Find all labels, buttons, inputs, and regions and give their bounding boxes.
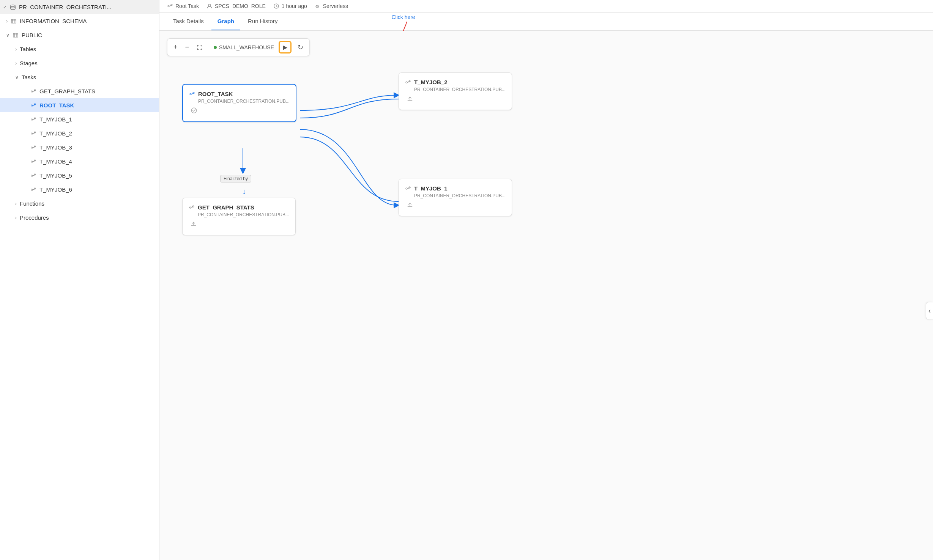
schema-public-icon [13,32,19,38]
clock-icon [273,3,279,9]
root-task-header-item: Root Task [167,3,199,9]
chevron-right-stages: › [15,61,17,66]
task-node-icon-t-myjob-2 [405,79,411,85]
db-label: PR_CONTAINER_ORCHESTRATI... [19,4,112,10]
task-icon-t-myjob-6 [30,187,36,193]
tables-label: Tables [20,46,36,52]
svg-point-30 [406,188,407,189]
chevron-right-procedures: › [15,215,17,220]
node-get-graph-stats[interactable]: GET_GRAPH_STATS PR_CONTAINER_ORCHESTRATI… [182,198,296,235]
sidebar-item-procedures[interactable]: › Procedures [0,211,159,225]
role-icon [206,3,213,9]
svg-point-5 [31,105,33,106]
sidebar-task-get-graph-stats[interactable]: GET_GRAPH_STATS [0,84,159,98]
role-label: SPCS_DEMO_ROLE [215,3,266,9]
task-label-t-myjob-3: T_MYJOB_3 [39,144,72,151]
svg-point-7 [31,119,33,120]
node-t-myjob-2-sublabel: PR_CONTAINER_ORCHESTRATION.PUB... [414,87,506,92]
task-icon-t-myjob-4 [30,159,36,165]
node-t-myjob-2[interactable]: T_MYJOB_2 PR_CONTAINER_ORCHESTRATION.PUB… [399,72,512,110]
svg-point-11 [31,147,33,148]
play-button[interactable]: ▶ [279,41,292,53]
task-node-icon-get-graph-stats [189,204,195,211]
zoom-out-button[interactable]: − [184,42,191,52]
play-icon: ▶ [283,44,287,51]
refresh-button[interactable]: ↻ [296,42,305,52]
chevron-down-icon: ✓ [3,5,7,10]
tabs-container: Task Details Graph Run History Click her… [159,13,933,31]
zoom-in-button[interactable]: + [172,42,179,52]
schema-public-label: PUBLIC [22,32,42,38]
sidebar-task-t-myjob-1[interactable]: T_MYJOB_1 [0,112,159,126]
sidebar-item-tables[interactable]: › Tables [0,42,159,56]
collapse-panel-button[interactable]: ‹ [926,302,933,319]
node-t-myjob-1-header: T_MYJOB_1 [405,185,506,192]
svg-point-25 [191,108,197,113]
tab-task-details[interactable]: Task Details [167,13,210,30]
task-label-root-task: ROOT_TASK [39,102,74,109]
sidebar-item-db[interactable]: ✓ PR_CONTAINER_ORCHESTRATI... [0,0,159,14]
tab-graph[interactable]: Graph [211,13,240,30]
svg-rect-1 [11,19,16,23]
serverless-icon [315,3,321,9]
node-get-graph-stats-label: GET_GRAPH_STATS [198,204,254,211]
chevron-right-functions: › [15,201,17,206]
svg-point-9 [31,133,33,134]
warehouse-indicator: SMALL_WAREHOUSE [214,44,274,50]
graph-toolbar: + − SMALL_WAREHOUSE ▶ ↻ [167,38,310,56]
sidebar-item-stages[interactable]: › Stages [0,56,159,70]
task-icon-root-task [30,102,36,109]
time-label: 1 hour ago [282,3,307,9]
sidebar-task-root-task[interactable]: ROOT_TASK [0,98,159,112]
upload-icon-get-graph-stats [190,220,289,229]
task-icon-t-myjob-1 [30,116,36,123]
schema-information-label: INFORMATION_SCHEMA [20,18,87,24]
sidebar-task-t-myjob-2[interactable]: T_MYJOB_2 [0,126,159,140]
sidebar-item-public[interactable]: ∨ PUBLIC [0,28,159,42]
serverless-label: Serverless [323,3,348,9]
sidebar-task-t-myjob-3[interactable]: T_MYJOB_3 [0,140,159,154]
task-label-t-myjob-4: T_MYJOB_4 [39,158,72,165]
sidebar-item-information-schema[interactable]: › INFORMATION_SCHEMA [0,14,159,28]
header-bar: Root Task SPCS_DEMO_ROLE 1 hour ago Serv… [159,0,933,13]
node-root-task-sublabel: PR_CONTAINER_ORCHESTRATION.PUB... [198,99,290,104]
sidebar-task-t-myjob-6[interactable]: T_MYJOB_6 [0,182,159,197]
chevron-right-icon: › [6,19,8,24]
node-t-myjob-1[interactable]: T_MYJOB_1 PR_CONTAINER_ORCHESTRATION.PUB… [399,179,512,216]
svg-point-15 [31,175,33,176]
tab-run-history[interactable]: Run History [242,13,284,30]
svg-point-26 [189,207,191,208]
sidebar-task-t-myjob-5[interactable]: T_MYJOB_5 [0,168,159,182]
sidebar-item-functions[interactable]: › Functions [0,197,159,211]
serverless-header-item: Serverless [315,3,348,9]
finalized-label: Finalized by [220,175,251,182]
graph-area: + − SMALL_WAREHOUSE ▶ ↻ [159,31,933,560]
sidebar-task-t-myjob-4[interactable]: T_MYJOB_4 [0,154,159,168]
warehouse-label: SMALL_WAREHOUSE [219,44,274,50]
task-icon-t-myjob-2 [30,131,36,137]
chevron-left-icon: ‹ [928,307,931,314]
main-content: Root Task SPCS_DEMO_ROLE 1 hour ago Serv… [159,0,933,560]
root-task-label: Root Task [175,3,199,9]
fit-button[interactable] [195,44,204,51]
node-t-myjob-1-sublabel: PR_CONTAINER_ORCHESTRATION.PUB... [414,193,506,198]
task-node-icon-root [189,91,195,97]
root-task-header-icon [167,3,173,9]
svg-point-0 [11,5,15,6]
chevron-right-tables: › [15,47,17,52]
task-node-icon-t-myjob-1 [405,186,411,192]
svg-rect-2 [13,33,18,37]
role-header-item: SPCS_DEMO_ROLE [206,3,266,9]
functions-label: Functions [20,200,44,207]
task-label-t-myjob-6: T_MYJOB_6 [39,186,72,193]
node-root-task-header: ROOT_TASK [189,91,290,97]
svg-point-28 [406,82,407,83]
task-icon-t-myjob-3 [30,145,36,151]
sidebar-item-tasks[interactable]: ∨ Tasks [0,70,159,84]
svg-point-13 [31,161,33,162]
refresh-icon: ↻ [298,43,303,52]
svg-point-23 [190,93,191,95]
node-root-task[interactable]: ROOT_TASK PR_CONTAINER_ORCHESTRATION.PUB… [182,84,296,122]
task-icon-get-graph-stats [30,88,36,94]
node-root-task-label: ROOT_TASK [198,91,233,97]
